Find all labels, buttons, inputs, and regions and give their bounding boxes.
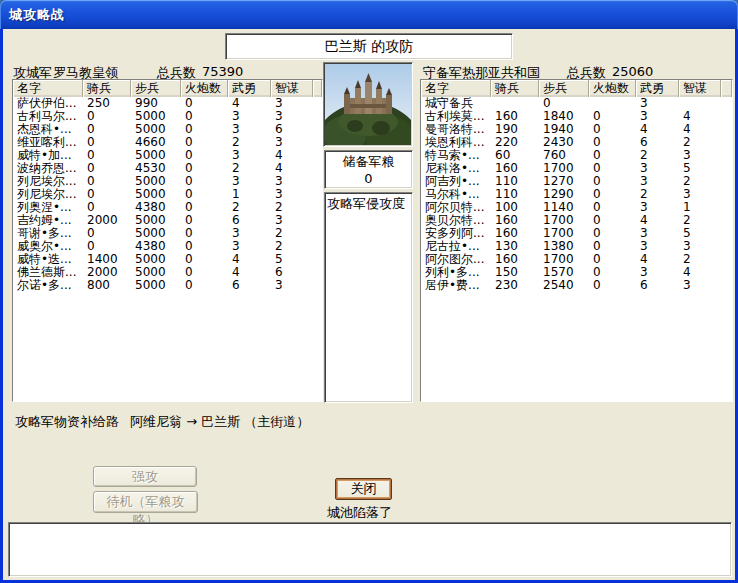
table-row[interactable]: 尼科洛•...1601700035: [421, 162, 732, 175]
message-log-box[interactable]: [8, 522, 732, 577]
table-row[interactable]: 吉约姆•...20005000063: [13, 214, 322, 227]
table-row[interactable]: 阿尔贝特...1001140031: [421, 201, 732, 214]
table-cell: 0: [181, 188, 228, 201]
table-cell: 5000: [131, 227, 181, 240]
column-header[interactable]: 名字: [421, 80, 491, 97]
column-header-filler: [721, 80, 732, 97]
table-cell: 0: [181, 279, 228, 292]
table-cell: 60: [491, 149, 539, 162]
table-cell: 3: [636, 266, 679, 279]
table-cell: 3: [271, 279, 313, 292]
table-cell: 阿吉列•...: [421, 175, 491, 188]
column-header[interactable]: 武勇: [636, 80, 679, 97]
table-row[interactable]: 列利•多...1501570034: [421, 266, 732, 279]
table-row[interactable]: 阿尔图尔...1601700042: [421, 253, 732, 266]
table-cell: 4: [679, 110, 721, 123]
column-header[interactable]: 智谋: [679, 80, 721, 97]
table-cell: 0: [589, 240, 636, 253]
table-cell: 0: [83, 175, 131, 188]
table-row[interactable]: 威特•迭...14005000045: [13, 253, 322, 266]
table-cell: 列利•多...: [421, 266, 491, 279]
table-cell: 0: [589, 162, 636, 175]
table-row[interactable]: 列尼埃尔...05000013: [13, 188, 322, 201]
table-cell: 0: [83, 162, 131, 175]
table-row[interactable]: 尼古拉•...1301380033: [421, 240, 732, 253]
table-row[interactable]: 威奥尔•...04380032: [13, 240, 322, 253]
table-row[interactable]: 尔诺•多...8005000063: [13, 279, 322, 292]
table-cell: 0: [181, 136, 228, 149]
table-cell: 0: [181, 240, 228, 253]
column-header[interactable]: 火炮数: [181, 80, 228, 97]
table-row[interactable]: 特马索•...60760023: [421, 149, 732, 162]
title-bar[interactable]: 城攻略战: [0, 0, 738, 29]
table-row[interactable]: 哥谢•多...05000032: [13, 227, 322, 240]
table-cell: 3: [271, 97, 313, 110]
table-cell: 4: [271, 162, 313, 175]
table-cell: 0: [589, 227, 636, 240]
table-cell: 阿尔贝特...: [421, 201, 491, 214]
close-button[interactable]: 关闭: [335, 478, 392, 500]
table-cell: 3: [271, 188, 313, 201]
table-cell: 4380: [131, 240, 181, 253]
table-cell: 0: [589, 188, 636, 201]
column-header[interactable]: 名字: [13, 80, 83, 97]
column-header[interactable]: 武勇: [228, 80, 271, 97]
table-row[interactable]: 萨伏伊伯...250990043: [13, 97, 322, 110]
table-row[interactable]: 波纳乔恩...04530024: [13, 162, 322, 175]
table-cell: 0: [181, 123, 228, 136]
table-row[interactable]: 古利埃莫...1601840034: [421, 110, 732, 123]
column-header[interactable]: 步兵: [539, 80, 589, 97]
table-cell: 1140: [539, 201, 589, 214]
table-cell: 4: [228, 253, 271, 266]
column-header[interactable]: 骑兵: [83, 80, 131, 97]
table-cell: 0: [181, 227, 228, 240]
table-cell: 0: [589, 175, 636, 188]
table-cell: 0: [181, 214, 228, 227]
column-header[interactable]: 骑兵: [491, 80, 539, 97]
table-cell: 100: [491, 201, 539, 214]
table-row[interactable]: 阿吉列•...1101270032: [421, 175, 732, 188]
table-cell: 1700: [539, 253, 589, 266]
table-cell: 3: [228, 149, 271, 162]
table-cell: 4: [636, 253, 679, 266]
table-row[interactable]: 居伊•费...2302540063: [421, 279, 732, 292]
table-cell: 2000: [83, 214, 131, 227]
table-row[interactable]: 埃恩利科...2202430062: [421, 136, 732, 149]
table-row[interactable]: 古利马尔...05000033: [13, 110, 322, 123]
table-cell: 4: [679, 266, 721, 279]
table-cell: 1840: [539, 110, 589, 123]
table-row[interactable]: 马尔科•...1101290023: [421, 188, 732, 201]
table-cell: 3: [271, 175, 313, 188]
column-header[interactable]: 智谋: [271, 80, 313, 97]
table-cell: 萨伏伊伯...: [13, 97, 83, 110]
table-row[interactable]: 佛兰德斯...20005000046: [13, 266, 322, 279]
standby-button[interactable]: 待机（军粮攻略）: [93, 491, 198, 513]
table-row[interactable]: 安多列阿...1601700035: [421, 227, 732, 240]
table-row[interactable]: 杰恩科•...05000036: [13, 123, 322, 136]
table-row[interactable]: 列奥涅•...04380022: [13, 201, 322, 214]
table-row[interactable]: 曼哥洛特...1901940044: [421, 123, 732, 136]
table-row[interactable]: 维亚喀利...04660023: [13, 136, 322, 149]
table-row[interactable]: 威特•加...05000034: [13, 149, 322, 162]
table-cell: 3: [271, 136, 313, 149]
table-cell: [491, 97, 539, 110]
table-cell: 0: [181, 175, 228, 188]
table-cell: 6: [271, 123, 313, 136]
table-cell: 190: [491, 123, 539, 136]
table-cell: 6: [228, 214, 271, 227]
reserve-provisions-value: 0: [325, 171, 412, 186]
table-row[interactable]: 列尼埃尔...05000033: [13, 175, 322, 188]
table-cell: 哥谢•多...: [13, 227, 83, 240]
table-cell: 0: [83, 188, 131, 201]
column-header[interactable]: 步兵: [131, 80, 181, 97]
table-cell: 2: [679, 175, 721, 188]
column-header[interactable]: 火炮数: [589, 80, 636, 97]
table-cell: 3: [271, 214, 313, 227]
table-row[interactable]: 奥贝尔特...1601700042: [421, 214, 732, 227]
table-cell: 安多列阿...: [421, 227, 491, 240]
table-cell: 2: [636, 188, 679, 201]
table-cell: 110: [491, 175, 539, 188]
assault-button[interactable]: 强攻: [93, 466, 197, 487]
table-cell: 1400: [83, 253, 131, 266]
table-row[interactable]: 城守备兵03: [421, 97, 732, 110]
